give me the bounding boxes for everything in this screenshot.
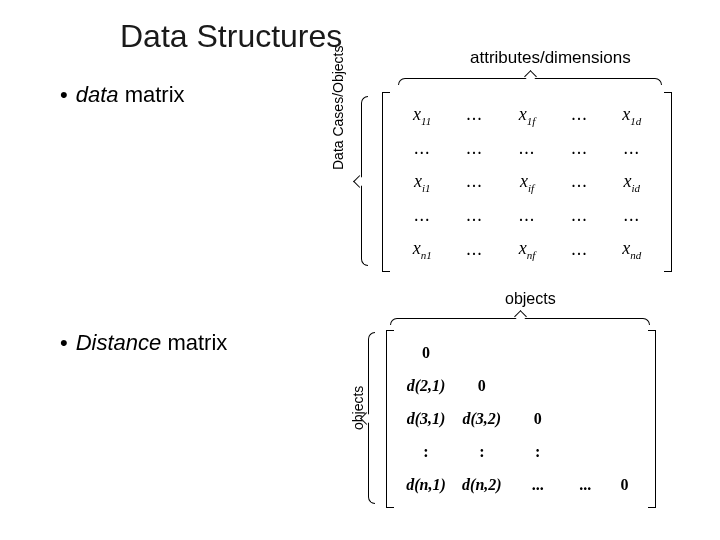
matrix-cell: x11 (413, 104, 431, 127)
bullet2-rest: matrix (161, 330, 227, 355)
matrix-cell: ... (571, 205, 588, 226)
matrix-cell: xi1 (414, 171, 431, 194)
matrix-cell: : (535, 443, 540, 461)
matrix-cell: ... (571, 171, 588, 192)
matrix-cell: ... (414, 205, 431, 226)
matrix-cell: ... (466, 239, 483, 260)
matrix-cell: ... (519, 138, 536, 159)
matrix-cell: xnf (519, 238, 536, 261)
matrix-cell: ... (624, 205, 641, 226)
matrix-cell: xif (520, 171, 534, 194)
matrix-cell: xid (624, 171, 641, 194)
label-objects: objects (505, 290, 556, 308)
matrix-cell: ... (532, 476, 544, 494)
left-bracket-icon (386, 330, 394, 508)
matrix-cell: x1d (622, 104, 641, 127)
matrix-cell: 0 (620, 476, 628, 494)
bullet-dot-icon: • (60, 330, 68, 355)
slide-title: Data Structures (120, 18, 342, 55)
matrix-cell: ... (571, 239, 588, 260)
bullet2-emph: Distance (76, 330, 162, 355)
bullet1-emph: data (76, 82, 119, 107)
bullet-distance-matrix: •Distance matrix (60, 330, 227, 356)
brace-top-icon (398, 72, 662, 86)
matrix-cell: ... (466, 138, 483, 159)
distance-matrix: 0d(2,1)0d(3,1)d(3,2)0:::d(n,1)d(n,2)....… (386, 330, 656, 508)
matrix-cell: d(n,2) (462, 476, 502, 494)
label-attributes-dimensions: attributes/dimensions (470, 48, 631, 68)
matrix-cell: 0 (534, 410, 542, 428)
matrix-cell: ... (466, 104, 483, 125)
brace-left-2-icon (362, 332, 376, 504)
matrix-cell: ... (624, 138, 641, 159)
matrix-cell: d(3,1) (407, 410, 446, 428)
matrix-cell: 0 (422, 344, 430, 362)
brace-top-2-icon (390, 312, 650, 326)
matrix-cell: ... (571, 138, 588, 159)
right-bracket-icon (664, 92, 672, 272)
matrix-cell: ... (466, 205, 483, 226)
matrix-cell: xnd (622, 238, 641, 261)
right-bracket-icon (648, 330, 656, 508)
matrix-cell: xn1 (413, 238, 432, 261)
label-data-cases-objects: Data Cases/Objects (330, 46, 346, 171)
matrix-cell: : (479, 443, 484, 461)
matrix-cell: ... (571, 104, 588, 125)
data-matrix: x11...x1f...x1d...............xi1...xif.… (382, 92, 672, 272)
matrix-cell: d(3,2) (463, 410, 502, 428)
matrix-cell: x1f (519, 104, 536, 127)
matrix-cell: ... (579, 476, 591, 494)
matrix-cell: 0 (478, 377, 486, 395)
matrix-cell: ... (466, 171, 483, 192)
bullet-data-matrix: •data matrix (60, 82, 185, 108)
bullet1-rest: matrix (119, 82, 185, 107)
matrix-cell: d(n,1) (406, 476, 446, 494)
matrix-cell: : (423, 443, 428, 461)
left-bracket-icon (382, 92, 390, 272)
brace-left-1-icon (355, 96, 369, 266)
bullet-dot-icon: • (60, 82, 68, 107)
matrix-cell: d(2,1) (407, 377, 446, 395)
matrix-cell: ... (414, 138, 431, 159)
matrix-cell: ... (519, 205, 536, 226)
